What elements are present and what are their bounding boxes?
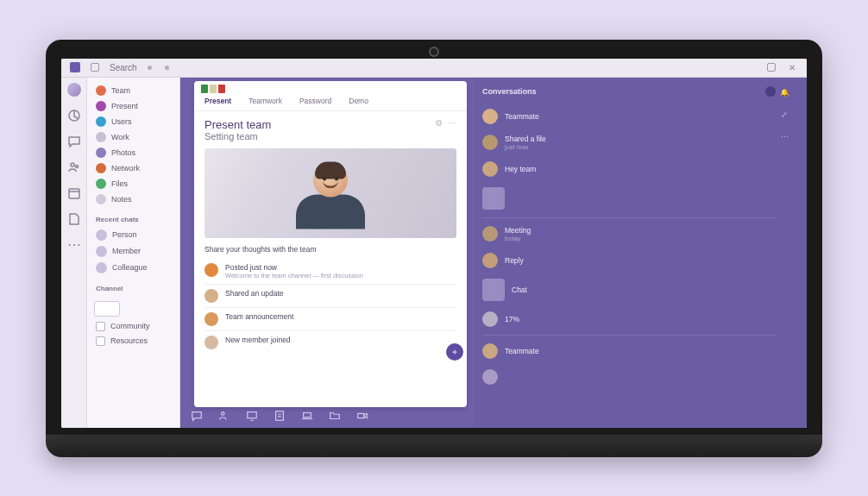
right-panel: Conversations TeammateShared a filejust … [474, 78, 807, 428]
avatar [96, 246, 107, 257]
tab[interactable]: Teamwork [248, 97, 282, 105]
chat-icon[interactable] [67, 135, 81, 148]
files-icon[interactable] [67, 212, 81, 226]
sidebar-item[interactable]: Team [94, 83, 173, 98]
avatar[interactable] [67, 83, 81, 97]
right-item[interactable]: Shared a filejust now [482, 129, 776, 156]
calendar-icon[interactable] [67, 186, 81, 200]
search-label[interactable]: Search [110, 63, 137, 72]
sidebar-item-label: Work [111, 133, 129, 141]
svg-point-1 [71, 163, 74, 166]
right-item[interactable]: 17% [482, 306, 776, 332]
avatar [204, 263, 218, 277]
svg-rect-6 [276, 411, 284, 420]
settings-icon[interactable]: ⚙ [435, 118, 443, 128]
card-header: Present team Setting team ⚙ ⋯ [194, 111, 467, 143]
right-heading: Conversations [482, 87, 537, 96]
right-rail: 🔔 ⤢ ⋯ [776, 83, 793, 423]
activity-icon[interactable] [67, 109, 81, 122]
sidebar-section-label: Channel [94, 283, 173, 296]
feed-item[interactable]: Shared an update [204, 284, 456, 307]
avatar [96, 229, 107, 241]
sidebar-person[interactable]: Colleague [94, 260, 173, 276]
avatar [96, 262, 107, 273]
titlebar: Search ✕ [61, 59, 807, 78]
camera-icon[interactable] [356, 410, 368, 425]
sidebar-item-label: Team [111, 86, 130, 95]
sidebar-item[interactable]: Present [94, 98, 173, 114]
minimize-icon[interactable] [767, 63, 776, 72]
right-item[interactable]: Chat [482, 273, 776, 306]
badge-icon [765, 86, 776, 97]
sidebar-item[interactable]: Users [94, 114, 173, 129]
folder-icon[interactable] [329, 410, 341, 425]
hero-image [204, 148, 456, 238]
tab[interactable]: Demo [349, 97, 368, 105]
sidebar-item-label: Files [111, 179, 128, 188]
tab[interactable]: Password [299, 97, 331, 105]
sidebar-item[interactable]: Files [94, 176, 173, 191]
sidebar-item[interactable]: Photos [94, 145, 173, 160]
more-icon[interactable]: ⋯ [448, 118, 456, 128]
sidebar-item[interactable]: Network [94, 160, 173, 176]
sidebar-item-label: Users [111, 117, 132, 126]
feed-item-title: Team announcement [225, 312, 293, 321]
flag-icon [218, 85, 225, 93]
right-heading-row: Conversations [482, 83, 776, 104]
sidebar-item-label: Notes [111, 195, 132, 204]
card-title: Present team [204, 118, 435, 131]
sidebar-link[interactable]: Community [94, 319, 173, 334]
right-item[interactable]: Hey team [482, 156, 776, 182]
doc-icon [96, 336, 105, 346]
close-icon[interactable]: ✕ [786, 61, 798, 73]
avatar [482, 253, 498, 268]
sidebar-person[interactable]: Member [94, 243, 173, 260]
avatar [482, 135, 498, 150]
tab[interactable]: Present [204, 97, 231, 105]
thumbnail [482, 187, 505, 210]
sidebar-link[interactable]: Resources [94, 334, 173, 348]
bell-icon[interactable]: 🔔 [780, 88, 789, 97]
chat-icon[interactable] [191, 410, 203, 425]
teams-icon[interactable] [67, 160, 81, 174]
app-window: Search ✕ [61, 59, 807, 428]
sidebar-person[interactable]: Person [94, 227, 173, 243]
svg-point-2 [75, 165, 78, 167]
sidebar-section-label: Recent chats [94, 214, 173, 227]
expand-icon[interactable]: ⤢ [781, 110, 788, 119]
right-item-title: Shared a file [505, 135, 776, 143]
sidebar-item[interactable]: Work [94, 129, 173, 145]
sidebar-item[interactable]: Notes [94, 191, 173, 207]
dot-icon [148, 66, 152, 70]
laptop-base [46, 435, 822, 457]
feed-item[interactable]: New member joined [204, 330, 456, 354]
right-item[interactable]: Teammate [482, 104, 776, 129]
camera [429, 47, 439, 57]
right-item[interactable] [482, 182, 776, 215]
compose-button[interactable]: ＋ [446, 343, 463, 361]
laptop-frame: Search ✕ [46, 40, 822, 457]
bottom-dock [180, 407, 474, 428]
right-item[interactable] [482, 364, 776, 390]
present-icon[interactable] [246, 410, 258, 425]
feed-item[interactable]: Posted just nowWelcome to the team chann… [204, 259, 456, 284]
sidebar-thumbnail[interactable] [94, 301, 120, 317]
more-icon[interactable]: ⋯ [67, 238, 81, 252]
compose-hint[interactable]: Share your thoughts with the team [204, 245, 456, 254]
titlebar-box-icon[interactable] [91, 63, 99, 72]
laptop-icon[interactable] [301, 410, 313, 425]
teams-icon[interactable] [218, 410, 230, 425]
screen-bezel: Search ✕ [46, 40, 822, 435]
right-item[interactable]: Meetingtoday [482, 221, 776, 248]
right-item[interactable]: Reply [482, 248, 776, 273]
task-icon[interactable] [274, 410, 286, 425]
flag-strip [194, 81, 467, 93]
avatar [482, 369, 498, 385]
sidebar-item-icon [96, 132, 106, 142]
sidebar: TeamPresentUsersWorkPhotosNetworkFilesNo… [87, 78, 180, 428]
sidebar-person-label: Member [112, 247, 141, 255]
more-icon[interactable]: ⋯ [781, 133, 789, 141]
right-item[interactable]: Teammate [482, 338, 776, 364]
right-item-title: Reply [505, 256, 776, 265]
feed-item[interactable]: Team announcement [204, 307, 456, 330]
